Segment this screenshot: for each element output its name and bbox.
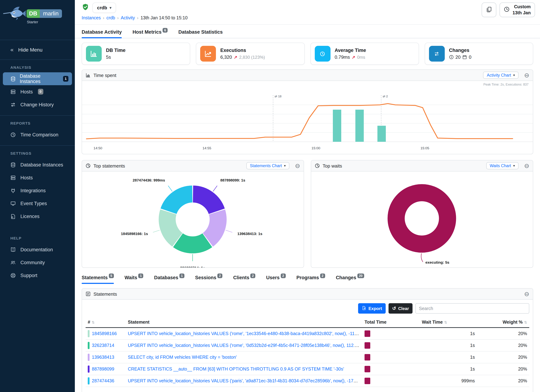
detail-tab-databases[interactable]: Databases1 — [154, 275, 185, 283]
metric-value: 6,320 — [220, 55, 232, 60]
time-range-button[interactable]: Custom 13th Jan — [500, 3, 535, 17]
statement-id-link[interactable]: 287474436 — [92, 378, 114, 383]
wait-time-cell: 1s — [420, 351, 477, 363]
metric-card-changes[interactable]: Changes200 — [425, 43, 533, 65]
breadcrumb-link[interactable]: Instances — [82, 15, 101, 20]
copy-link-button[interactable] — [482, 3, 496, 17]
detail-tab-changes[interactable]: Changes20 — [336, 275, 364, 283]
sidebar-item-event-types[interactable]: Event Types — [0, 197, 75, 210]
svg-text:14:50: 14:50 — [94, 146, 102, 150]
detail-tab-clients[interactable]: Clients2 — [233, 275, 255, 283]
time-spent-chart[interactable]: ⇄ 18⇄ 214:5014:5515:0015:05 — [82, 88, 533, 153]
search-input[interactable] — [415, 303, 529, 314]
detail-tab-sessions[interactable]: Sessions2 — [195, 275, 223, 283]
sort-icon: ⇅ — [92, 320, 95, 324]
statement-sql-link[interactable]: UPSERT INTO vehicle_location_histories V… — [128, 331, 362, 336]
time-spent-header: Time spent Activity Chart ▾ ⊖ — [82, 70, 533, 81]
time-range-label: Custom — [514, 4, 531, 10]
tab-host-metrics[interactable]: Host Metrics6 — [132, 29, 168, 38]
total-time-cell — [362, 363, 420, 375]
metric-card-db-time[interactable]: DB Time5s — [82, 43, 190, 65]
column-header-[interactable]: #⇅ — [85, 317, 126, 327]
logo-block[interactable]: DBmarlin Starter — [0, 0, 75, 40]
table-header-row: #⇅StatementTotal TimeWait Time⇅Weight %⇅ — [85, 317, 529, 327]
metric-card-body: Changes200 — [449, 48, 471, 60]
statement-id-cell: 887898099 — [85, 363, 126, 375]
sidebar-item-documentation[interactable]: Documentation — [0, 243, 75, 256]
activity-chart-dropdown[interactable]: Activity Chart ▾ — [483, 72, 519, 79]
sidebar-item-hosts[interactable]: Hosts — [0, 171, 75, 184]
tab-database-activity[interactable]: Database Activity — [82, 29, 122, 38]
logo-marlin-badge: marlin — [40, 9, 62, 18]
statement-sql-link[interactable]: UPSERT INTO vehicle_location_histories V… — [128, 378, 362, 383]
dbmarlin-wordmark: DBmarlin Starter — [26, 9, 62, 24]
breadcrumb-link[interactable]: Activity — [121, 15, 135, 20]
tab-database-statistics[interactable]: Database Statistics — [178, 29, 223, 38]
export-button[interactable]: Export — [358, 303, 386, 314]
sidebar-item-community[interactable]: Community — [0, 256, 75, 269]
statements-chart-dropdown-label: Statements Chart — [250, 164, 282, 168]
bar-chart-icon — [85, 73, 91, 78]
waits-chart-dropdown[interactable]: Waits Chart ▾ — [486, 162, 518, 169]
sort-icon: ⇅ — [524, 320, 527, 324]
top-statements-chart[interactable]: 887898099: 1s139638413: 1s326238714: 1s1… — [82, 171, 304, 268]
statement-id-link[interactable]: 139638413 — [92, 355, 114, 360]
detail-tab-waits[interactable]: Waits1 — [125, 275, 143, 283]
metric-card-average-time[interactable]: Average Time0.79ms↗0ms — [310, 43, 419, 65]
copy-icon — [486, 6, 492, 13]
time-spent-title: Time spent — [94, 73, 116, 78]
clear-button[interactable]: ↺ Clear — [389, 303, 413, 314]
tab-badge: 6 — [163, 28, 168, 32]
sidebar-section-title: ANALYSIS — [0, 65, 75, 72]
detail-tab-users[interactable]: Users2 — [266, 275, 285, 283]
tab-label: Changes — [336, 275, 356, 280]
tab-label: Statements — [82, 275, 108, 280]
sidebar-item-database-instances[interactable]: Database Instances1 — [3, 72, 72, 85]
top-waits-chart[interactable]: executing: 5s — [311, 171, 533, 268]
tab-label: Clients — [233, 275, 249, 280]
database-icon — [10, 76, 16, 81]
collapse-panel-icon[interactable]: ⊖ — [295, 163, 300, 169]
statement-sql-link[interactable]: UPSERT INTO vehicle_location_histories V… — [128, 343, 362, 348]
sidebar-item-change-history[interactable]: Change History — [0, 98, 75, 111]
sidebar-item-hosts[interactable]: Hosts0 — [0, 85, 75, 98]
tab-badge: 2 — [281, 273, 286, 278]
statement-sql-link[interactable]: SELECT city, id FROM vehicles WHERE city… — [128, 355, 237, 360]
sidebar-item-database-instances[interactable]: Database Instances — [0, 158, 75, 171]
hide-menu-button[interactable]: « Hide Menu — [0, 40, 75, 60]
statement-color-bar — [88, 377, 89, 384]
statement-cell: UPSERT INTO vehicle_location_histories V… — [126, 340, 362, 351]
statements-chart-dropdown[interactable]: Statements Chart ▾ — [246, 162, 289, 169]
detail-tab-programs[interactable]: Programs2 — [296, 275, 325, 283]
collapse-panel-icon[interactable]: ⊖ — [524, 72, 530, 78]
statement-id-link[interactable]: 326238714 — [92, 343, 114, 348]
sidebar-item-integrations[interactable]: Integrations — [0, 184, 75, 197]
breadcrumb-separator-icon: › — [117, 16, 119, 20]
statement-sql-link[interactable]: CREATE STATISTICS __auto__ FROM [63] WIT… — [128, 367, 344, 372]
metric-value: 5s — [106, 55, 111, 60]
statement-id-link[interactable]: 887898099 — [92, 367, 114, 372]
total-time-bar — [365, 366, 370, 372]
collapse-panel-icon[interactable]: ⊖ — [524, 291, 530, 297]
statement-id-link[interactable]: 1845898166 — [92, 331, 117, 336]
wait-time-cell: 1s — [420, 340, 477, 351]
logo-db-badge: DB — [26, 9, 40, 18]
sidebar-item-licences[interactable]: Licences — [0, 210, 75, 223]
sidebar-item-support[interactable]: Support — [0, 269, 75, 282]
detail-tab-statements[interactable]: Statements5 — [82, 275, 114, 283]
metric-card-executions[interactable]: Executions6,320↗2,830 (123%) — [196, 43, 305, 65]
collapse-panel-icon[interactable]: ⊖ — [524, 163, 530, 169]
peak-note: Peak Time: 2s, Executions: 837 — [483, 83, 529, 86]
column-header-wait-time[interactable]: Wait Time⇅ — [420, 317, 477, 327]
sidebar-item-time-comparison[interactable]: Time Comparison — [0, 128, 75, 141]
breadcrumb-link[interactable]: crdb — [106, 15, 115, 20]
pie-chart-icon — [85, 163, 91, 168]
instance-selector[interactable]: crdb ▾ — [92, 3, 116, 13]
metric-card-title: Changes — [449, 48, 471, 53]
tab-badge: 2 — [320, 273, 325, 278]
screen-icon — [10, 201, 16, 206]
svg-text:887898099: 1s: 887898099: 1s — [220, 178, 245, 182]
weight-cell: 20% — [477, 327, 529, 340]
column-header-weight[interactable]: Weight %⇅ — [477, 317, 529, 327]
table-row: 1845898166UPSERT INTO vehicle_location_h… — [85, 327, 529, 340]
